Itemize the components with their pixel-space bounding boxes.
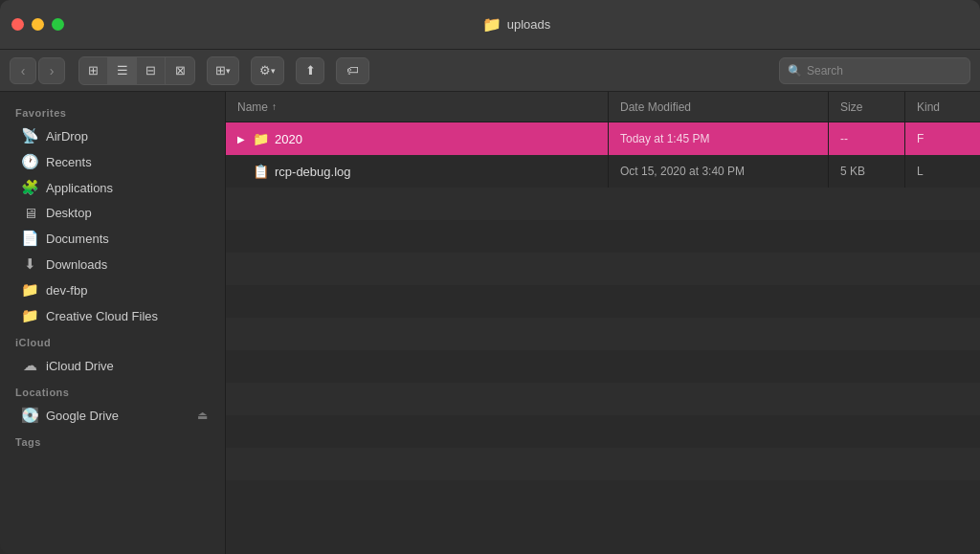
gallery-view-button[interactable]: ⊠ xyxy=(166,57,194,84)
toolbar: ‹ › ⊞ ☰ ⊟ ⊠ ⊞ ▾ ⚙ ▾ ⬆ 🏷 xyxy=(0,50,980,92)
sidebar-section-favorites: Favorites xyxy=(0,100,225,122)
sidebar-section-locations: Locations xyxy=(0,379,225,402)
sidebar-item-downloads-label: Downloads xyxy=(46,257,107,272)
sidebar-item-icloud-drive-label: iCloud Drive xyxy=(46,359,114,373)
sidebar-item-documents[interactable]: 📄 Documents xyxy=(6,226,219,251)
google-drive-icon: 💽 xyxy=(21,407,38,424)
sidebar-section-icloud: iCloud xyxy=(0,329,225,352)
col-kind-label: Kind xyxy=(917,100,940,114)
sidebar-item-airdrop[interactable]: 📡 AirDrop xyxy=(6,123,219,148)
file-cell-date-2020: Today at 1:45 PM xyxy=(609,122,829,155)
col-header-date[interactable]: Date Modified xyxy=(609,92,829,122)
col-name-label: Name xyxy=(237,100,268,114)
table-row-empty xyxy=(226,188,980,220)
airdrop-icon: 📡 xyxy=(21,127,38,144)
close-button[interactable] xyxy=(11,18,24,31)
sidebar-item-downloads[interactable]: ⬇ Downloads xyxy=(6,252,219,277)
search-input[interactable] xyxy=(807,64,962,78)
sidebar-item-recents-label: Recents xyxy=(46,155,92,169)
list-view-icon: ☰ xyxy=(117,63,128,78)
file-cell-size-rcp: 5 KB xyxy=(829,155,905,188)
file-doc-icon: 📋 xyxy=(253,164,269,179)
sidebar-item-applications-label: Applications xyxy=(46,181,113,195)
tag-icon: 🏷 xyxy=(346,63,359,78)
back-button[interactable]: ‹ xyxy=(10,57,36,84)
forward-icon: › xyxy=(50,63,55,78)
dev-fbp-icon: 📁 xyxy=(21,281,38,299)
sidebar-item-dev-fbp-label: dev-fbp xyxy=(46,283,87,298)
group-icon: ⊞ xyxy=(215,63,226,78)
search-bar[interactable]: 🔍 xyxy=(779,57,970,84)
col-date-label: Date Modified xyxy=(620,100,691,114)
file-list: ▶ 📁 2020 Today at 1:45 PM -- F 📋 r xyxy=(226,122,980,554)
table-row-empty xyxy=(226,220,980,253)
column-headers: Name ↑ Date Modified Size Kind xyxy=(226,92,980,122)
documents-icon: 📄 xyxy=(21,230,38,247)
table-row[interactable]: ▶ 📁 2020 Today at 1:45 PM -- F xyxy=(226,122,980,155)
forward-button[interactable]: › xyxy=(38,57,65,84)
action-chevron-icon: ▾ xyxy=(271,66,276,76)
file-name-label: 2020 xyxy=(275,132,302,146)
view-mode-group: ⊞ ☰ ⊟ ⊠ xyxy=(78,56,195,85)
folder-icon: 📁 xyxy=(253,131,269,146)
maximize-button[interactable] xyxy=(52,18,64,31)
downloads-icon: ⬇ xyxy=(21,255,38,273)
title-bar: 📁 uploads xyxy=(0,0,980,50)
gear-icon: ⚙ xyxy=(259,63,271,78)
sidebar-item-airdrop-label: AirDrop xyxy=(46,129,88,144)
folder-disclosure-arrow-icon: ▶ xyxy=(237,134,245,144)
gallery-view-icon: ⊠ xyxy=(175,63,186,78)
file-cell-date-rcp: Oct 15, 2020 at 3:40 PM xyxy=(609,155,829,188)
file-cell-kind-2020: F xyxy=(905,122,980,155)
tag-button[interactable]: 🏷 xyxy=(336,57,369,84)
table-row-empty xyxy=(226,285,980,318)
main-content: Favorites 📡 AirDrop 🕐 Recents 🧩 Applicat… xyxy=(0,92,980,554)
sidebar-item-applications[interactable]: 🧩 Applications xyxy=(6,175,219,200)
window-title: uploads xyxy=(507,17,551,32)
table-row[interactable]: 📋 rcp-debug.log Oct 15, 2020 at 3:40 PM … xyxy=(226,155,980,188)
col-header-kind[interactable]: Kind xyxy=(905,92,980,122)
column-view-icon: ⊟ xyxy=(145,63,156,78)
sort-arrow-icon: ↑ xyxy=(272,101,277,112)
sidebar-item-desktop[interactable]: 🖥 Desktop xyxy=(6,201,219,225)
desktop-icon: 🖥 xyxy=(21,205,38,221)
icon-view-button[interactable]: ⊞ xyxy=(79,57,108,84)
sidebar-item-desktop-label: Desktop xyxy=(46,206,92,220)
col-header-size[interactable]: Size xyxy=(829,92,905,122)
col-header-name[interactable]: Name ↑ xyxy=(226,92,609,122)
eject-icon[interactable]: ⏏ xyxy=(197,409,208,422)
back-icon: ‹ xyxy=(21,63,26,78)
list-view-button[interactable]: ☰ xyxy=(108,57,137,84)
title-folder-icon: 📁 xyxy=(482,15,501,33)
share-button[interactable]: ⬆ xyxy=(296,57,324,84)
title-area: 📁 uploads xyxy=(64,15,969,33)
sidebar-item-dev-fbp[interactable]: 📁 dev-fbp xyxy=(6,277,219,302)
sidebar-item-icloud-drive[interactable]: ☁ iCloud Drive xyxy=(6,353,219,378)
minimize-button[interactable] xyxy=(32,18,44,31)
search-icon: 🔍 xyxy=(788,64,802,78)
group-button-group: ⊞ ▾ xyxy=(207,56,239,85)
nav-buttons: ‹ › xyxy=(10,57,65,84)
sidebar-item-google-drive[interactable]: 💽 Google Drive ⏏ xyxy=(6,403,219,428)
group-button[interactable]: ⊞ ▾ xyxy=(208,57,238,84)
applications-icon: 🧩 xyxy=(21,179,38,196)
column-view-button[interactable]: ⊟ xyxy=(137,57,166,84)
file-cell-kind-rcp: L xyxy=(905,155,980,188)
table-row-empty xyxy=(226,415,980,448)
sidebar-item-creative-cloud[interactable]: 📁 Creative Cloud Files xyxy=(6,303,219,328)
sidebar-item-google-drive-label: Google Drive xyxy=(46,409,119,423)
creative-cloud-icon: 📁 xyxy=(21,307,38,324)
sidebar-item-recents[interactable]: 🕐 Recents xyxy=(6,149,219,174)
action-button[interactable]: ⚙ ▾ xyxy=(252,57,283,84)
action-button-group: ⚙ ▾ xyxy=(251,56,284,85)
traffic-lights xyxy=(11,18,64,31)
col-size-label: Size xyxy=(840,100,862,114)
share-icon: ⬆ xyxy=(305,63,316,78)
file-browser: Name ↑ Date Modified Size Kind ▶ 📁 2020 xyxy=(226,92,980,554)
icloud-drive-icon: ☁ xyxy=(21,357,38,374)
sidebar-item-creative-cloud-label: Creative Cloud Files xyxy=(46,309,158,323)
file-cell-size-2020: -- xyxy=(829,122,905,155)
icon-view-icon: ⊞ xyxy=(88,63,99,78)
table-row-empty xyxy=(226,448,980,480)
table-row-empty xyxy=(226,350,980,383)
